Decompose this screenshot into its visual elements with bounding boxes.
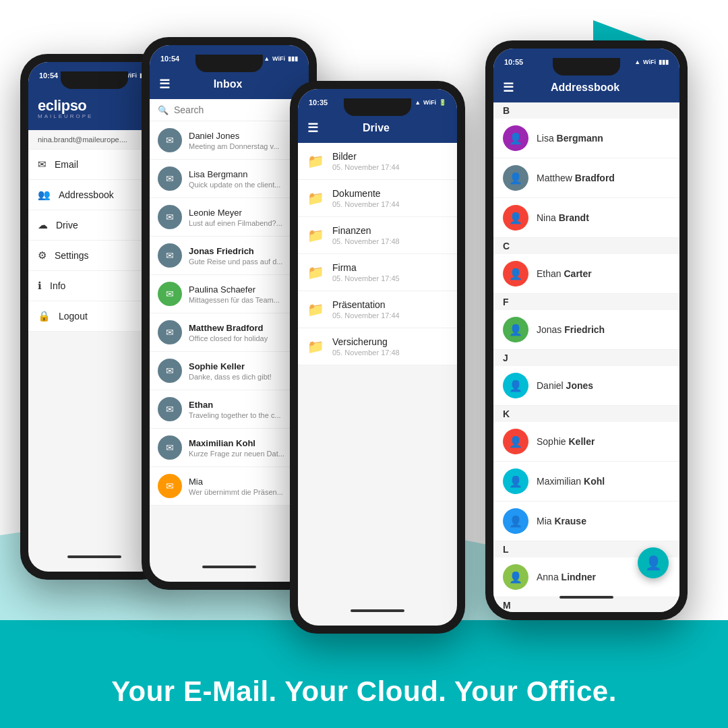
drive-item-firma[interactable]: 📁 Firma 05. November 17:45: [298, 254, 457, 291]
contact-mia-krause[interactable]: 👤 Mia Krause: [493, 502, 679, 541]
drive-header: ☰ Drive: [298, 113, 457, 143]
menu-settings-label: Settings: [55, 250, 89, 261]
addressbook-time: 10:55: [504, 58, 523, 66]
addressbook-header: ☰ Addressbook: [493, 73, 679, 102]
preview-jonas: Gute Reise und pass auf d...: [189, 257, 301, 266]
search-icon: 🔍: [158, 105, 169, 115]
contact-matthew-bradford[interactable]: 👤 Matthew Bradford: [493, 158, 679, 198]
email-item-leonie[interactable]: ✉ Leonie Meyer Lust auf einen Filmabend?…: [150, 198, 309, 237]
sender-maximilian: Maximilian Kohl: [189, 438, 301, 448]
preview-mia: Wer übernimmt die Präsen...: [189, 488, 301, 496]
addressbook-hamburger-icon[interactable]: ☰: [503, 80, 514, 95]
name-sophie-keller: Sophie Keller: [537, 436, 595, 447]
contact-maximilian-kohl[interactable]: 👤 Maximilian Kohl: [493, 462, 679, 502]
drive-content-firma: Firma 05. November 17:45: [332, 262, 400, 282]
section-k: K: [493, 406, 679, 422]
logo-sub: MAILEUROPE: [38, 113, 151, 119]
folder-date-bilder: 05. November 17:44: [332, 163, 400, 171]
add-contact-fab[interactable]: 👤: [638, 547, 669, 578]
avatar-paulina: ✉: [158, 282, 182, 306]
folder-icon-dokumente: 📁: [307, 190, 324, 206]
preview-ethan: Traveling together to the c...: [189, 411, 301, 419]
menu-item-addressbook[interactable]: 👥 Addressbook: [28, 180, 160, 210]
drive-content-versicherung: Versicherung 05. November 17:48: [332, 336, 400, 357]
logout-icon: 🔒: [38, 310, 51, 322]
drive-item-dokumente[interactable]: 📁 Dokumente 05. November 17:44: [298, 180, 457, 217]
drive-hamburger-icon[interactable]: ☰: [307, 121, 318, 135]
email-content-lisa: Lisa Bergmann Quick update on the client…: [189, 169, 301, 189]
avatar-nina-brandt: 👤: [503, 205, 528, 231]
email-content-jonas: Jonas Friedrich Gute Reise und pass auf …: [189, 246, 301, 266]
avatar-daniel-jones: 👤: [503, 373, 528, 398]
inbox-title: Inbox: [170, 78, 286, 90]
folder-date-dokumente: 05. November 17:44: [332, 200, 400, 208]
email-content-paulina: Paulina Schaefer Mittagessen für das Tea…: [189, 284, 301, 304]
info-icon: ℹ: [38, 280, 42, 292]
menu-item-info[interactable]: ℹ Info: [28, 271, 160, 301]
preview-lisa: Quick update on the client...: [189, 181, 301, 189]
home-indicator-4: [559, 596, 613, 599]
preview-matthew: Office closed for holiday: [189, 334, 301, 342]
drive-content-dokumente: Dokumente 05. November 17:44: [332, 188, 400, 208]
contact-jonas-friedrich[interactable]: 👤 Jonas Friedrich: [493, 310, 679, 350]
email-item-sophie[interactable]: ✉ Sophie Keller Danke, dass es dich gibt…: [150, 352, 309, 390]
avatar-mia: ✉: [158, 474, 182, 498]
email-item-matthew[interactable]: ✉ Matthew Bradford Office closed for hol…: [150, 313, 309, 352]
inbox-time: 10:54: [160, 55, 179, 63]
folder-date-versicherung: 05. November 17:48: [332, 348, 400, 357]
section-b: B: [493, 102, 679, 119]
addressbook-icon: 👥: [38, 189, 51, 201]
menu-addressbook-label: Addressbook: [59, 189, 114, 200]
menu-item-logout[interactable]: 🔒 Logout: [28, 301, 160, 332]
search-bar[interactable]: 🔍: [150, 99, 309, 121]
avatar-maximilian: ✉: [158, 435, 182, 460]
email-content-leonie: Leonie Meyer Lust auf einen Filmabend?..…: [189, 208, 301, 227]
name-matthew-bradford: Matthew Bradford: [537, 173, 615, 183]
phone-addressbook: 10:55 ▲WiFi▮▮▮ ☰ Addressbook B 👤 Lisa Be…: [485, 40, 688, 620]
email-item-jonas[interactable]: ✉ Jonas Friedrich Gute Reise und pass au…: [150, 237, 309, 275]
folder-name-finanzen: Finanzen: [332, 225, 400, 236]
contact-lisa-bergmann[interactable]: 👤 Lisa Bergmann: [493, 119, 679, 158]
avatar-jonas: ✉: [158, 243, 182, 268]
folder-icon-bilder: 📁: [307, 153, 324, 169]
drive-item-bilder[interactable]: 📁 Bilder 05. November 17:44: [298, 143, 457, 180]
name-daniel-jones: Daniel Jones: [537, 380, 593, 391]
drive-item-versicherung[interactable]: 📁 Versicherung 05. November 17:48: [298, 328, 457, 365]
drive-item-finanzen[interactable]: 📁 Finanzen 05. November 17:48: [298, 217, 457, 254]
email-item-ethan[interactable]: ✉ Ethan Traveling together to the c...: [150, 390, 309, 429]
phone-inbox-notch: [195, 55, 263, 72]
folder-icon-finanzen: 📁: [307, 227, 324, 243]
sidebar-time: 10:54: [39, 71, 58, 80]
email-content-mia: Mia Wer übernimmt die Präsen...: [189, 477, 301, 496]
phone-inbox-screen: 10:54 ▲WiFi▮▮▮ ☰ Inbox 🔍 ✉ Daniel Jones …: [150, 45, 309, 582]
drive-status-icons: ▲WiFi🔋: [415, 99, 446, 106]
drive-time: 10:35: [309, 98, 328, 107]
folder-name-versicherung: Versicherung: [332, 336, 400, 347]
menu-item-email[interactable]: ✉ Email: [28, 150, 160, 180]
menu-item-drive[interactable]: ☁ Drive: [28, 210, 160, 241]
contact-sophie-keller[interactable]: 👤 Sophie Keller: [493, 422, 679, 462]
phone-addressbook-notch: [553, 58, 620, 75]
avatar-matthew-bradford: 👤: [503, 165, 528, 191]
menu-drive-label: Drive: [56, 220, 78, 231]
menu-item-settings[interactable]: ⚙ Settings: [28, 241, 160, 271]
sender-ethan: Ethan: [189, 400, 301, 410]
search-input[interactable]: [174, 104, 301, 115]
logo-text: eclipso: [38, 97, 151, 115]
email-item-mia[interactable]: ✉ Mia Wer übernimmt die Präsen...: [150, 467, 309, 506]
email-item-daniel[interactable]: ✉ Daniel Jones Meeting am Donnerstag v..…: [150, 121, 309, 160]
drive-icon: ☁: [38, 219, 48, 231]
drive-item-praesentation[interactable]: 📁 Präsentation 05. November 17:44: [298, 291, 457, 328]
contact-daniel-jones[interactable]: 👤 Daniel Jones: [493, 366, 679, 406]
email-item-maximilian[interactable]: ✉ Maximilian Kohl Kurze Frage zur neuen …: [150, 429, 309, 467]
contact-ethan-carter[interactable]: 👤 Ethan Carter: [493, 254, 679, 294]
email-item-paulina[interactable]: ✉ Paulina Schaefer Mittagessen für das T…: [150, 275, 309, 313]
user-email: nina.brandt@maileurope....: [28, 130, 160, 150]
section-f: F: [493, 294, 679, 310]
avatar-lisa: ✉: [158, 166, 182, 191]
email-item-lisa[interactable]: ✉ Lisa Bergmann Quick update on the clie…: [150, 160, 309, 198]
phone-sidebar-screen: 10:54 ▲WiFi▮▮▮ eclipso MAILEUROPE nina.b…: [28, 62, 160, 572]
contact-nina-brandt[interactable]: 👤 Nina Brandt: [493, 198, 679, 238]
addressbook-status-icons: ▲WiFi▮▮▮: [634, 59, 669, 65]
inbox-hamburger-icon[interactable]: ☰: [159, 77, 170, 92]
